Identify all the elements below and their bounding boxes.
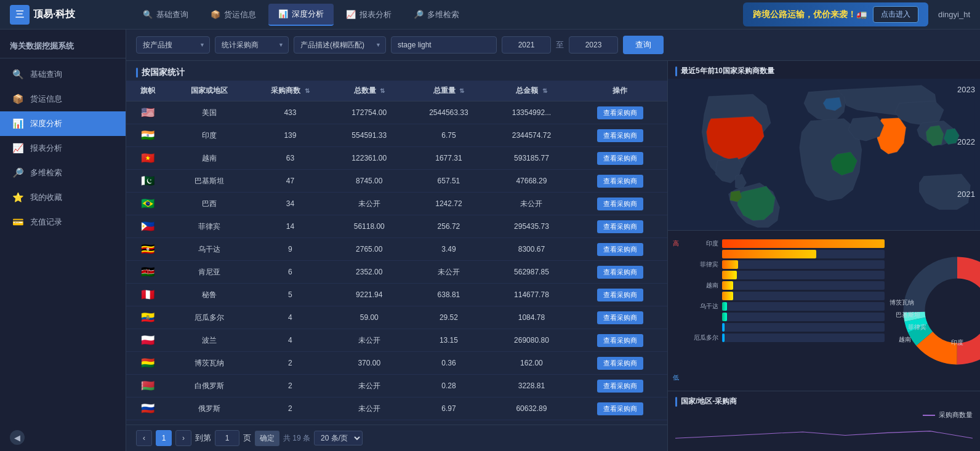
cell-action: 查看采购商 [573,375,667,397]
bar-ug-fill [722,302,727,311]
table-section: 按国家统计 旗帜 国家或地区 采购商数 ⇅ 总数量 ⇅ 总重量 ⇅ 总金额 ⇅ [126,61,668,451]
cell-quantity: 2765.00 [331,238,408,261]
cell-country: 越南 [170,147,249,170]
view-buyers-button[interactable]: 查看采购商 [597,266,643,279]
col-buyers[interactable]: 采购商数 ⇅ [249,81,331,102]
chart-section: 最近5年前10国家采购商数量 [668,61,980,451]
view-buyers-button[interactable]: 查看采购商 [597,175,643,188]
nav-basic-label: 基础查询 [156,9,188,20]
page-confirm-button[interactable]: 确定 [255,431,279,446]
year-end-input[interactable] [569,36,618,54]
bottom-chart-section: 国家/地区-采购商 采购商数量 [668,391,980,451]
view-buyers-button[interactable]: 查看采购商 [597,334,643,347]
col-weight[interactable]: 总重量 ⇅ [408,81,491,102]
content-area: 按产品搜 按买家搜 按卖家搜 统计采购商 统计供应商 产品描述(模糊匹配) 产品… [126,30,980,451]
sidebar-item-freight[interactable]: 📦 货运信息 [0,87,126,111]
page-1-button[interactable]: 1 [156,430,172,446]
nav-deep-label: 深度分析 [292,9,324,20]
cell-buyers: 2 [249,375,331,397]
view-buyers-button[interactable]: 查看采购商 [597,152,643,165]
col-amount[interactable]: 总金额 ⇅ [490,81,573,102]
page-size-select[interactable]: 20 条/页 50 条/页 [314,431,363,445]
page-total: 共 19 条 [283,433,310,444]
bar-chart-area: 高 低 印度 70 [668,231,890,391]
query-button[interactable]: 查询 [623,36,664,54]
chart-legend: 采购商数量 [675,410,973,420]
goto-input[interactable] [215,430,239,446]
cell-flag: 🇷🇺 [126,397,170,420]
cell-country: 白俄罗斯 [170,375,249,397]
page-prev-button[interactable]: ‹ [136,430,152,446]
sidebar-multi-icon: 🔎 [12,167,24,178]
sidebar-item-deep[interactable]: 📊 深度分析 [0,111,126,136]
year-start-input[interactable] [502,36,551,54]
bar-row-india: 印度 70 [681,239,885,248]
svg-text:菲律宾: 菲律宾 [908,324,926,330]
nav-item-report[interactable]: 📈 报表分析 [336,4,401,25]
bar-row-ph: 菲律宾 7 [681,260,885,269]
table-row: 🇧🇷 巴西 34 未公开 1242.72 未公开 查看采购商 [126,193,667,215]
cell-country: 乌干达 [170,238,249,261]
bar-india-track: 70 [722,239,885,248]
table-row: 🇪🇨 厄瓜多尔 4 59.00 29.52 1084.78 查看采购商 [126,306,667,329]
view-buyers-button[interactable]: 查看采购商 [597,380,643,393]
view-buyers-button[interactable]: 查看采购商 [597,289,643,301]
cell-quantity: 172754.00 [331,102,408,124]
nav-item-freight[interactable]: 📦 货运信息 [201,4,266,25]
sidebar-item-multi[interactable]: 🔎 多维检索 [0,161,126,185]
cell-action: 查看采购商 [573,147,667,170]
donut-chart-area: — 美国 印度 博茨瓦纳 巴基斯坦 菲律宾 越南 印度 ⏸ [890,231,980,391]
sidebar-item-basic[interactable]: 🔍 基础查询 [0,62,126,87]
table-row: 🇵🇪 秘鲁 5 9221.94 638.81 114677.78 查看采购商 [126,284,667,306]
nav-item-basic[interactable]: 🔍 基础查询 [133,4,198,25]
view-buyers-button[interactable]: 查看采购商 [597,243,643,256]
sidebar-item-report[interactable]: 📈 报表分析 [0,136,126,161]
view-buyers-button[interactable]: 查看采购商 [597,129,643,142]
bar-vn-fill [722,281,733,290]
cell-country: 美国 [170,102,249,124]
type-select[interactable]: 按产品搜 按买家搜 按卖家搜 [136,36,210,54]
sidebar-basic-icon: 🔍 [12,69,24,80]
view-buyers-button[interactable]: 查看采购商 [597,106,643,119]
cell-quantity: 未公开 [331,420,408,425]
map-year-2023: 2023 [957,85,975,94]
view-buyers-button[interactable]: 查看采购商 [597,357,643,370]
desc-select[interactable]: 产品描述(模糊匹配) 产品描述(精确匹配) [294,36,386,54]
cell-buyers: 5 [249,284,331,306]
cell-amount: 2344574.72 [490,124,573,147]
cell-amount: 13354992... [490,102,573,124]
nav-banner-button[interactable]: 点击进入 [873,6,918,23]
svg-text:印度: 印度 [951,339,963,346]
cell-buyers: 433 [249,102,331,124]
map-container: 最近5年前10国家采购商数量 [668,61,980,231]
cell-buyers: 14 [249,215,331,238]
view-buyers-button[interactable]: 查看采购商 [597,402,643,415]
bar-row-ec: 厄瓜多尔 1 [681,333,885,342]
sidebar-collapse-button[interactable]: ◀ [10,430,25,445]
cell-amount: 未公开 [490,193,573,215]
sidebar-item-recharge[interactable]: 💳 充值记录 [0,210,126,234]
stat-select[interactable]: 统计采购商 统计供应商 [215,36,289,54]
bar-row-2: 41 [681,250,885,258]
logo-icon: 三 [10,5,30,25]
cell-country: 厄瓜多尔 [170,306,249,329]
keyword-input[interactable] [391,36,497,54]
sidebar-freight-icon: 📦 [12,94,24,105]
nav-banner-text: 跨境公路运输，优价来袭！🚛 [753,9,867,20]
view-buyers-button[interactable]: 查看采购商 [597,220,643,233]
cell-action: 查看采购商 [573,193,667,215]
bar-high-label: 高 [673,239,679,248]
sidebar-item-favorites[interactable]: ⭐ 我的收藏 [0,185,126,210]
page-next-button[interactable]: › [175,430,191,446]
view-buyers-button[interactable]: 查看采购商 [597,198,643,210]
table-row: 🇮🇳 印度 139 554591.33 6.75 2344574.72 查看采购… [126,124,667,147]
nav-item-multi[interactable]: 🔎 多维检索 [404,4,469,25]
table-row: 🇺🇬 乌干达 9 2765.00 3.49 8300.67 查看采购商 [126,238,667,261]
col-quantity[interactable]: 总数量 ⇅ [331,81,408,102]
cell-country: 巴基斯坦 [170,170,249,193]
nav-item-deep[interactable]: 📊 深度分析 [268,4,334,26]
view-buyers-button[interactable]: 查看采购商 [597,311,643,324]
cell-weight: 未公开 [408,261,491,284]
cell-amount: 47668.29 [490,170,573,193]
nav-multi-label: 多维检索 [427,9,459,20]
